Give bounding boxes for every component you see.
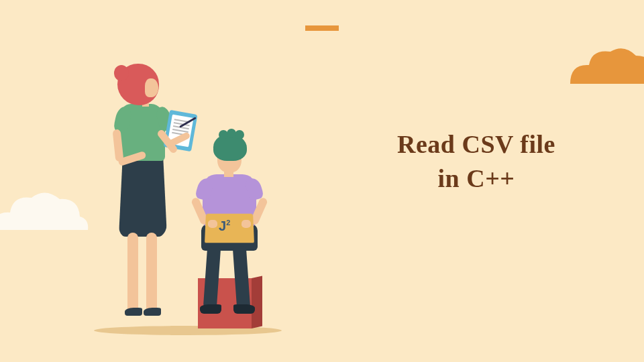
cloud-icon <box>0 178 91 241</box>
standing-woman <box>94 64 181 328</box>
laptop-logo: J2 <box>219 219 239 237</box>
sitting-man: J2 <box>181 134 282 328</box>
cloud-icon <box>557 37 644 97</box>
title-line-1: Read CSV file <box>397 130 555 158</box>
title-line-2: in C++ <box>438 164 515 192</box>
hero-illustration: J2 <box>87 64 288 345</box>
accent-bar <box>305 25 339 31</box>
page-title: Read CSV file in C++ <box>349 127 604 196</box>
